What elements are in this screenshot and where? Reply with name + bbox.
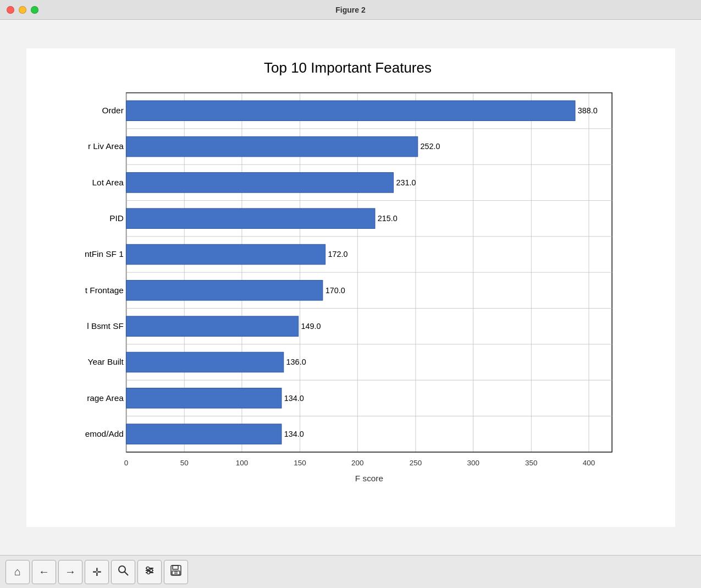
x-tick-400: 400 [582, 458, 594, 466]
home-button[interactable]: ⌂ [5, 560, 30, 584]
pan-button[interactable]: ✛ [85, 560, 109, 584]
svg-point-29 [147, 571, 150, 574]
bar-label-bsmtfin: 172.0 [328, 250, 347, 259]
bar-grliving [126, 136, 417, 157]
bar-label-grliving: 252.0 [420, 142, 440, 151]
forward-button[interactable]: → [58, 560, 82, 584]
y-label-lotfront: t Frontage [85, 285, 123, 294]
svg-rect-31 [173, 565, 178, 569]
x-tick-50: 50 [180, 458, 188, 466]
bar-label-order: 388.0 [577, 106, 597, 115]
main-content: Top 10 Important Features [0, 20, 701, 555]
zoom-button[interactable] [111, 560, 135, 584]
svg-point-27 [147, 567, 150, 570]
svg-rect-32 [172, 571, 180, 575]
bar-label-yearbuilt: 136.0 [286, 358, 306, 366]
x-tick-300: 300 [467, 458, 479, 466]
svg-line-23 [125, 572, 129, 576]
bar-label-totbsmt: 149.0 [301, 321, 321, 330]
bar-lotfront [126, 280, 322, 300]
bar-label-garagearea: 134.0 [284, 393, 303, 402]
bar-label-pid: 215.0 [377, 214, 397, 223]
bar-yearbuilt [126, 352, 283, 372]
minimize-button[interactable] [19, 6, 26, 14]
bar-remod [126, 424, 281, 444]
forward-icon: → [65, 565, 76, 578]
window-controls [7, 6, 38, 14]
y-label-lotarea: Lot Area [92, 177, 124, 186]
bar-pid [126, 208, 374, 228]
bar-label-lotarea: 231.0 [396, 178, 416, 186]
x-tick-100: 100 [235, 458, 247, 466]
chart-svg-wrapper: 388.0 Order 252.0 r Liv Area 231.0 Lot A… [37, 87, 659, 489]
y-label-bsmtfin: ntFin SF 1 [84, 249, 123, 259]
back-icon: ← [38, 565, 49, 578]
titlebar: Figure 2 [0, 0, 701, 20]
y-label-yearbuilt: Year Built [87, 357, 124, 366]
y-label-order: Order [102, 106, 123, 115]
bar-totbsmt [126, 316, 298, 336]
bar-bsmtfin [126, 244, 325, 265]
close-button[interactable] [7, 6, 14, 14]
save-button[interactable] [164, 560, 188, 584]
y-label-grliving: r Liv Area [87, 141, 123, 151]
maximize-button[interactable] [31, 6, 38, 14]
zoom-icon [117, 564, 129, 579]
y-label-totbsmt: l Bsmt SF [87, 321, 124, 330]
bar-label-lotfront: 170.0 [325, 285, 345, 294]
svg-point-28 [150, 569, 153, 572]
x-axis-label: F score [355, 473, 383, 482]
home-icon: ⌂ [14, 565, 21, 578]
toolbar: ⌂ ← → ✛ [0, 555, 701, 588]
chart-svg: 388.0 Order 252.0 r Liv Area 231.0 Lot A… [37, 87, 659, 489]
y-label-pid: PID [109, 213, 124, 223]
bar-lotarea [126, 172, 393, 193]
bar-order [126, 101, 575, 121]
x-tick-150: 150 [294, 458, 306, 466]
svg-point-22 [119, 566, 125, 573]
bar-label-remod: 134.0 [284, 429, 303, 438]
back-button[interactable]: ← [32, 560, 56, 584]
y-label-garagearea: rage Area [87, 393, 124, 402]
y-label-remod: emod/Add [85, 428, 123, 438]
window-title: Figure 2 [335, 6, 365, 14]
save-icon [170, 564, 182, 579]
x-tick-0: 0 [124, 458, 128, 466]
chart-container: Top 10 Important Features [26, 48, 675, 527]
settings-icon [143, 564, 156, 579]
chart-title: Top 10 Important Features [37, 59, 659, 76]
x-tick-250: 250 [409, 458, 421, 466]
settings-button[interactable] [137, 560, 162, 584]
x-tick-350: 350 [525, 458, 537, 466]
bar-garagearea [126, 388, 281, 408]
x-tick-200: 200 [351, 458, 363, 466]
pan-icon: ✛ [92, 565, 102, 579]
